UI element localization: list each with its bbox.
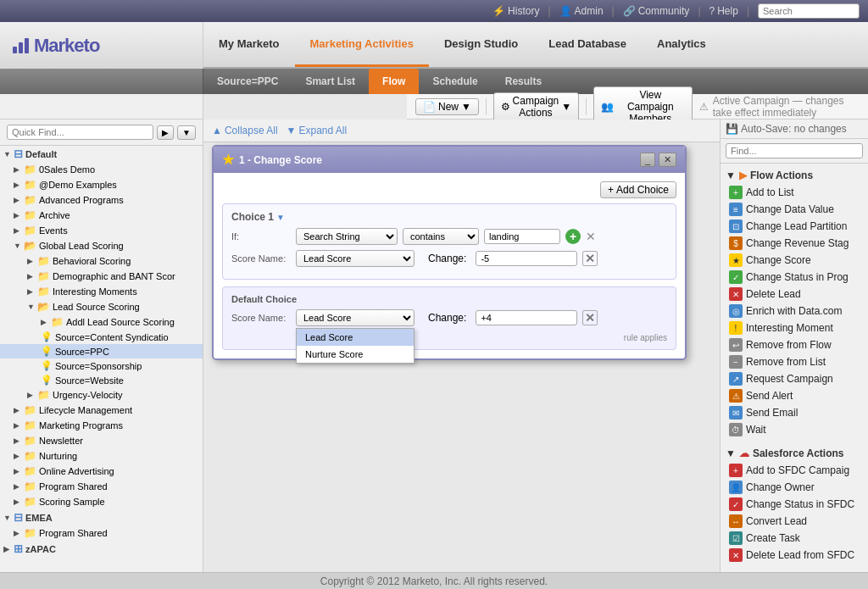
nav-my-marketo[interactable]: My Marketo <box>203 22 295 67</box>
sidebar-item-source-ppc[interactable]: 💡 Source=PPC <box>0 344 203 358</box>
action-remove-from-list[interactable]: − Remove from List <box>726 353 863 370</box>
nav-analytics[interactable]: Analytics <box>642 22 721 67</box>
community-link[interactable]: 🔗 Community <box>623 5 690 17</box>
nav-marketing-activities[interactable]: Marketing Activities <box>295 22 429 67</box>
sidebar-item-lead-source-scoring[interactable]: ▼ 📂 Lead Source Scoring <box>0 299 203 314</box>
choice-1-remove-button[interactable]: ✕ <box>582 251 598 266</box>
sidebar-item-online-advertising[interactable]: ▶ 📁 Online Advertising <box>0 464 203 479</box>
sidebar-item-global-lead-scoring[interactable]: ▼ 📂 Global Lead Scoring <box>0 238 203 253</box>
change-sfdc-status-icon: ✓ <box>729 497 743 511</box>
action-wait[interactable]: ⏱ Wait <box>726 421 863 438</box>
condition-add-button[interactable]: + <box>565 229 581 244</box>
toolbar-status: ⚠ Active Campaign — changes take effect … <box>699 95 860 119</box>
salesforce-actions-header[interactable]: ▼ ☁ Salesforce Actions <box>726 445 863 462</box>
new-button[interactable]: 📄 New ▼ <box>415 98 479 115</box>
sidebar-item-scoring-sample[interactable]: ▶ 📁 Scoring Sample <box>0 494 203 509</box>
condition-remove-button[interactable]: ✕ <box>586 230 596 243</box>
action-change-data-value[interactable]: ≡ Change Data Value <box>726 201 863 218</box>
dropdown-lead-score[interactable]: Lead Score <box>297 329 414 346</box>
action-enrich-data[interactable]: ◎ Enrich with Data.com <box>726 303 863 320</box>
action-interesting-moment[interactable]: ! Interesting Moment <box>726 320 863 336</box>
sidebar-item-emea[interactable]: ▼ ⊟ EMEA <box>0 509 203 525</box>
sidebar-item-emea-program-shared[interactable]: ▶ 📁 Program Shared <box>0 525 203 541</box>
history-link[interactable]: ⚡ History <box>492 5 539 17</box>
change-owner-icon: 👤 <box>729 481 743 494</box>
sidebar-item-program-shared[interactable]: ▶ 📁 Program Shared <box>0 479 203 494</box>
default-score-select[interactable]: Lead Score Nurture Score <box>296 309 415 326</box>
sidebar-item-addl-lead-source[interactable]: ▶ 📁 Addl Lead Source Scoring <box>0 314 203 330</box>
sidebar-item-nurturing[interactable]: ▶ 📁 Nurturing <box>0 448 203 464</box>
sidebar-options-button[interactable]: ▼ <box>177 125 196 140</box>
sidebar-item-advanced-programs[interactable]: ▶ 📁 Advanced Programs <box>0 192 203 208</box>
sidebar-item-source-content[interactable]: 💡 Source=Content Syndicatio <box>0 330 203 344</box>
choice-1-change-input[interactable] <box>476 251 577 266</box>
collapse-all-button[interactable]: ▲ Collapse All <box>212 125 278 136</box>
action-send-email[interactable]: ✉ Send Email <box>726 404 863 421</box>
subnav-flow[interactable]: Flow <box>369 69 419 94</box>
action-change-revenue-stage[interactable]: $ Change Revenue Stag <box>726 235 863 252</box>
sidebar-search-input[interactable] <box>7 125 153 140</box>
sidebar-item-urgency-velocity[interactable]: ▶ 📁 Urgency-Velocity <box>0 387 203 403</box>
condition-operator-select[interactable]: contains equals not contains <box>403 228 479 245</box>
sidebar-item-demo-examples[interactable]: ▶ 📁 @Demo Examples <box>0 177 203 192</box>
admin-link[interactable]: 👤 Admin <box>559 5 604 17</box>
sidebar-item-events[interactable]: ▶ 📁 Events <box>0 223 203 238</box>
history-icon: ⚡ <box>492 5 505 17</box>
action-create-task[interactable]: ☑ Create Task <box>726 530 863 547</box>
flow-actions-header[interactable]: ▼ ▶ Flow Actions <box>726 167 863 184</box>
subnav-smart-list[interactable]: Smart List <box>292 69 369 94</box>
action-delete-lead[interactable]: ✕ Delete Lead <box>726 286 863 303</box>
sidebar-item-lifecycle[interactable]: ▶ 📁 Lifecycle Management <box>0 403 203 418</box>
sidebar-item-0sales-demo[interactable]: ▶ 📁 0Sales Demo <box>0 162 203 177</box>
choice-1-score-select[interactable]: Lead Score Nurture Score <box>296 250 415 267</box>
action-change-status-sfdc[interactable]: ✓ Change Status in SFDC <box>726 496 863 513</box>
sidebar-item-marketing-programs[interactable]: ▶ 📁 Marketing Programs <box>0 418 203 433</box>
subnav-schedule[interactable]: Schedule <box>419 69 491 94</box>
top-search-input[interactable] <box>758 3 860 19</box>
action-request-campaign[interactable]: ↗ Request Campaign <box>726 370 863 387</box>
dialog-minimize-button[interactable]: _ <box>640 153 655 167</box>
sidebar-item-archive[interactable]: ▶ 📁 Archive <box>0 208 203 223</box>
sidebar-item-demographic[interactable]: ▶ 📁 Demographic and BANT Scor <box>0 269 203 284</box>
flow-actions-section: ▼ ▶ Flow Actions + Add to List ≡ Change … <box>721 164 868 442</box>
dialog-close-button[interactable]: ✕ <box>659 153 676 167</box>
expand-all-button[interactable]: ▼ Expand All <box>287 125 348 136</box>
help-link[interactable]: ? Help <box>709 5 738 17</box>
action-add-to-list[interactable]: + Add to List <box>726 184 863 201</box>
action-change-status-prog[interactable]: ✓ Change Status in Prog <box>726 269 863 286</box>
nav-design-studio[interactable]: Design Studio <box>429 22 533 67</box>
action-change-score[interactable]: ★ Change Score <box>726 252 863 269</box>
action-change-owner[interactable]: 👤 Change Owner <box>726 479 863 496</box>
action-add-sfdc-campaign[interactable]: + Add to SFDC Campaig <box>726 462 863 479</box>
sidebar-item-zapac[interactable]: ▶ ⊞ zAPAC <box>0 541 203 557</box>
condition-field-select[interactable]: Search String Lead Score <box>296 228 398 245</box>
action-send-alert[interactable]: ⚠ Send Alert <box>726 387 863 404</box>
campaign-actions-button[interactable]: ⚙ Campaign Actions ▼ <box>493 92 580 121</box>
condition-value-input[interactable] <box>484 229 560 244</box>
sidebar-search-button[interactable]: ▶ <box>157 125 174 140</box>
add-choice-button[interactable]: + Add Choice <box>600 181 676 198</box>
nav-lead-database[interactable]: Lead Database <box>533 22 642 67</box>
create-task-icon: ☑ <box>729 531 743 545</box>
subnav-results[interactable]: Results <box>492 69 555 94</box>
action-change-lead-partition[interactable]: ⊡ Change Lead Partition <box>726 218 863 235</box>
action-delete-lead-sfdc[interactable]: ✕ Delete Lead from SFDC <box>726 547 863 564</box>
subnav-source-ppc[interactable]: Source=PPC <box>203 69 292 94</box>
right-panel-find-input[interactable] <box>726 143 863 158</box>
action-remove-from-flow[interactable]: ↩ Remove from Flow <box>726 336 863 353</box>
action-convert-lead[interactable]: ↔ Convert Lead <box>726 513 863 530</box>
choice-1-header: Choice 1 ▼ <box>231 211 667 223</box>
community-icon: 🔗 <box>623 5 636 17</box>
change-score-dialog: ★ 1 - Change Score _ ✕ + Add Choice <box>212 145 687 360</box>
default-change-input[interactable] <box>476 310 577 325</box>
sidebar-item-newsletter[interactable]: ▶ 📁 Newsletter <box>0 433 203 448</box>
sidebar-item-default[interactable]: ▼ ⊟ Default <box>0 146 203 162</box>
dropdown-nurture-score[interactable]: Nurture Score <box>297 346 414 363</box>
sidebar-item-behavioral-scoring[interactable]: ▶ 📁 Behavioral Scoring <box>0 253 203 269</box>
default-remove-button[interactable]: ✕ <box>582 310 598 325</box>
sidebar-item-interesting-moments[interactable]: ▶ 📁 Interesting Moments <box>0 284 203 299</box>
score-dropdown-overlay[interactable]: Lead Score Nurture Score <box>296 328 415 364</box>
flow-actions-collapse-icon: ▼ <box>726 169 736 181</box>
sidebar-item-source-website[interactable]: 💡 Source=Website <box>0 373 203 387</box>
sidebar-item-source-sponsorship[interactable]: 💡 Source=Sponsorship <box>0 358 203 373</box>
